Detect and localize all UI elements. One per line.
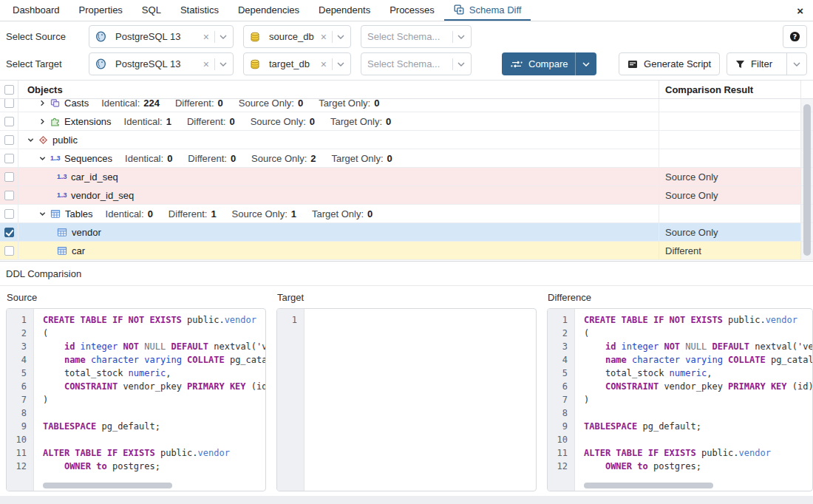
expand-chevron-down-icon[interactable] <box>38 210 47 218</box>
tab-schema-diff[interactable]: Schema Diff <box>444 0 531 21</box>
clear-icon[interactable] <box>203 59 210 69</box>
chevron-down-icon[interactable] <box>220 62 227 67</box>
code-area[interactable]: CREATE TABLE IF NOT EXISTS public.vendor… <box>34 309 265 491</box>
expand-chevron-right-icon[interactable] <box>38 118 47 126</box>
target-ddl-editor[interactable]: 1 <box>276 308 537 491</box>
source-schema-select[interactable]: Select Schema... <box>361 25 472 48</box>
chevron-down-icon[interactable] <box>337 35 344 39</box>
target-server-select[interactable]: PostgreSQL 13 <box>89 52 234 75</box>
horizontal-scrollbar[interactable] <box>43 483 172 488</box>
chevron-down-icon[interactable] <box>457 35 465 39</box>
target-schema-select[interactable]: Select Schema... <box>361 52 472 75</box>
comparison-grid: Objects Comparison Result CastsIdentical… <box>0 80 813 261</box>
source-panel-label: Source <box>6 292 266 308</box>
close-icon[interactable]: × <box>797 5 803 16</box>
compare-label: Compare <box>528 58 568 69</box>
help-button[interactable]: ? <box>783 25 807 48</box>
schema-diff-panel: DashboardPropertiesSQLStatisticsDependen… <box>0 0 813 504</box>
clear-icon[interactable] <box>320 59 327 69</box>
tree-row-vendor-id-seq[interactable]: 1..3vendor_id_seqSource Only <box>0 186 813 205</box>
expand-chevron-down-icon[interactable] <box>27 136 35 144</box>
comparison-result-cell: Source Only <box>659 186 800 204</box>
expand-chevron-right-icon[interactable] <box>38 99 47 107</box>
tree-row-casts[interactable]: CastsIdentical:224Different:0Source Only… <box>0 99 813 112</box>
tab-processes[interactable]: Processes <box>380 0 444 21</box>
row-checkbox[interactable] <box>4 172 14 182</box>
object-name: Sequences <box>64 153 112 164</box>
row-checkbox[interactable] <box>4 135 14 145</box>
difference-panel-label: Difference <box>547 292 813 308</box>
extensions-icon <box>50 117 60 126</box>
code-area[interactable]: CREATE TABLE IF NOT EXISTS public.vendor… <box>575 309 812 491</box>
tab-statistics[interactable]: Statistics <box>171 0 228 21</box>
object-name: Casts <box>64 99 89 109</box>
line-numbers: 1 <box>277 309 305 491</box>
filter-button[interactable]: Filter <box>727 52 807 75</box>
row-checkbox[interactable] <box>4 99 14 108</box>
database-icon <box>250 32 260 42</box>
row-checkbox[interactable] <box>4 209 14 219</box>
select-source-label: Select Source <box>6 31 89 42</box>
sequence-icon: 1..3 <box>57 191 67 199</box>
target-database-value: target_db <box>269 58 316 69</box>
help-icon: ? <box>789 31 800 42</box>
source-ddl-editor[interactable]: 123456789101112 CREATE TABLE IF NOT EXIS… <box>6 308 266 491</box>
divider <box>332 31 333 43</box>
chevron-down-icon[interactable] <box>337 62 344 67</box>
objects-column-header: Objects <box>18 81 659 98</box>
target-server-value: PostgreSQL 13 <box>115 58 198 69</box>
row-checkbox[interactable] <box>4 228 14 237</box>
tree-row-car[interactable]: carDifferent <box>0 242 813 260</box>
tab-dependents[interactable]: Dependents <box>309 0 380 21</box>
postgresql-icon <box>95 58 106 69</box>
tree-row-vendor[interactable]: vendorSource Only <box>0 223 813 242</box>
compare-button[interactable]: Compare <box>502 52 596 75</box>
tree-row-extensions[interactable]: ExtensionsIdentical:1Different:0Source O… <box>0 112 813 131</box>
filter-dropdown-chevron-icon[interactable] <box>786 53 806 75</box>
row-checkbox[interactable] <box>4 117 14 126</box>
source-schema-placeholder: Select Schema... <box>367 31 448 42</box>
clear-icon[interactable] <box>320 32 327 42</box>
line-numbers: 123456789101112 <box>548 309 575 491</box>
source-server-select[interactable]: PostgreSQL 13 <box>89 25 234 48</box>
tab-properties[interactable]: Properties <box>69 0 132 21</box>
select-all-checkbox[interactable] <box>4 85 14 95</box>
count-source-only: Source Only:1 <box>232 208 296 219</box>
tree-row-sequences[interactable]: 1..3SequencesIdentical:0Different:0Sourc… <box>0 149 813 168</box>
tree-row-tables[interactable]: TablesIdentical:0Different:1Source Only:… <box>0 205 813 223</box>
row-checkbox[interactable] <box>4 246 14 256</box>
count-identical: Identical:224 <box>101 99 160 109</box>
tab-bar: DashboardPropertiesSQLStatisticsDependen… <box>0 0 813 21</box>
vertical-scrollbar[interactable] <box>803 104 811 256</box>
expand-chevron-down-icon[interactable] <box>38 154 47 163</box>
target-database-select[interactable]: target_db <box>243 52 351 75</box>
tab-sql[interactable]: SQL <box>132 0 171 21</box>
row-checkbox[interactable] <box>4 154 14 163</box>
count-identical: Identical:0 <box>125 153 172 164</box>
tree-row-public[interactable]: public <box>0 131 813 149</box>
horizontal-scrollbar[interactable] <box>584 483 713 488</box>
tab-label: SQL <box>142 4 161 16</box>
compare-dropdown-chevron-icon[interactable] <box>575 52 596 75</box>
tab-dependencies[interactable]: Dependencies <box>228 0 309 21</box>
tree-row-car-id-seq[interactable]: 1..3car_id_seqSource Only <box>0 168 813 186</box>
scrollbar-header-cell <box>800 81 813 98</box>
row-checkbox[interactable] <box>4 191 14 200</box>
select-target-label: Select Target <box>6 58 89 69</box>
count-identical: Identical:0 <box>106 208 153 219</box>
divider <box>452 58 453 70</box>
clear-icon[interactable] <box>203 32 210 42</box>
generate-script-button[interactable]: Generate Script <box>619 52 720 75</box>
count-different: Different:0 <box>175 99 223 109</box>
difference-ddl-editor[interactable]: 123456789101112 CREATE TABLE IF NOT EXIS… <box>547 308 813 491</box>
toolbar: Select Source PostgreSQL 13 source_db Se… <box>0 21 813 80</box>
code-area[interactable] <box>305 309 536 491</box>
tab-dashboard[interactable]: Dashboard <box>3 0 69 21</box>
comparison-result-cell <box>659 205 800 222</box>
source-database-select[interactable]: source_db <box>243 25 351 48</box>
tab-label: Processes <box>390 4 435 16</box>
divider <box>214 31 215 43</box>
table-icon <box>57 246 67 256</box>
chevron-down-icon[interactable] <box>220 35 227 39</box>
chevron-down-icon[interactable] <box>457 62 465 67</box>
